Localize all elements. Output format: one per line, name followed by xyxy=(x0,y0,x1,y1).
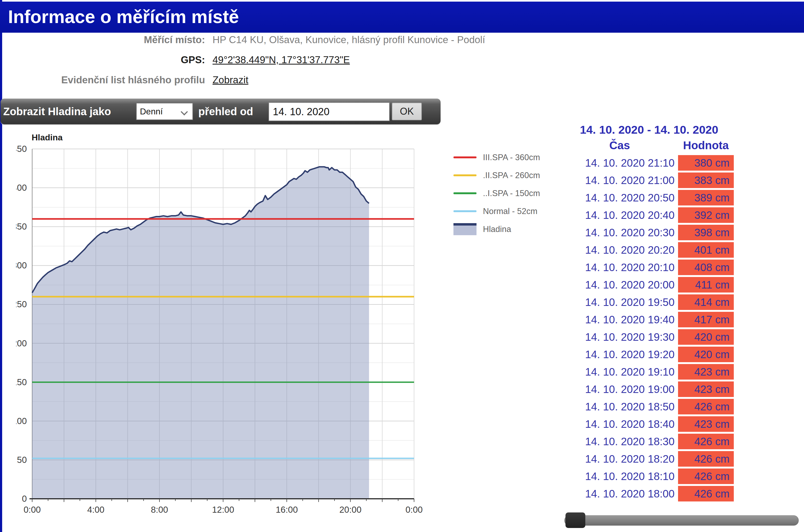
col-header-hodnota: Hodnota xyxy=(678,139,734,152)
value-cell: 401 cm xyxy=(678,242,734,258)
value-cell: 408 cm xyxy=(678,260,734,275)
value-cell: 392 cm xyxy=(678,207,734,223)
value-cell: 426 cm xyxy=(678,399,734,414)
x-axis-label: 4:00 xyxy=(87,505,104,515)
value-cell: 426 cm xyxy=(678,451,734,467)
time-cell: 14. 10. 2020 18:40 xyxy=(563,418,675,430)
y-axis-label: 100 xyxy=(16,416,27,426)
time-cell: 14. 10. 2020 18:30 xyxy=(563,436,675,448)
time-cell: 14. 10. 2020 20:00 xyxy=(563,279,675,291)
table-row: 14. 10. 2020 19:50414 cm xyxy=(563,294,804,310)
chart-legend: III.SPA - 360cm.II.SPA - 260cm..I.SPA - … xyxy=(453,148,561,238)
table-header-row: Čas Hodnota xyxy=(563,139,804,154)
value-cell: 389 cm xyxy=(678,190,734,206)
table-row: 14. 10. 2020 19:40417 cm xyxy=(563,312,804,327)
legend-item: ..I.SPA - 150cm xyxy=(453,184,561,202)
value-cell: 398 cm xyxy=(678,225,734,240)
gps-link[interactable]: 49°2'38.449"N, 17°31'37.773"E xyxy=(212,54,350,65)
table-row: 14. 10. 2020 19:00423 cm xyxy=(563,381,804,397)
value-cell: 417 cm xyxy=(678,312,734,327)
toolbar-middle-label: přehled od xyxy=(198,99,253,124)
legend-line-swatch xyxy=(453,192,476,194)
legend-item: Hladina xyxy=(453,220,561,238)
gps-label: GPS: xyxy=(2,54,212,65)
y-axis-label: 300 xyxy=(16,260,27,270)
time-cell: 14. 10. 2020 19:30 xyxy=(563,331,675,343)
toolbar: Zobrazit Hladina jako Denní přehled od O… xyxy=(1,99,441,124)
time-cell: 14. 10. 2020 19:40 xyxy=(563,314,675,326)
value-cell: 420 cm xyxy=(678,329,734,345)
value-cell: 411 cm xyxy=(678,277,734,292)
value-cell: 423 cm xyxy=(678,416,734,432)
water-level-area xyxy=(32,167,369,499)
table-row: 14. 10. 2020 20:00411 cm xyxy=(563,277,804,292)
table-row: 14. 10. 2020 19:30420 cm xyxy=(563,329,804,345)
time-cell: 14. 10. 2020 20:10 xyxy=(563,262,675,273)
legend-area-swatch xyxy=(453,223,476,235)
measuring-place-value: HP C14 KU, Olšava, Kunovice, hlásný prof… xyxy=(212,34,485,45)
x-axis-label: 20:00 xyxy=(339,505,361,515)
x-axis-label: 16:00 xyxy=(276,505,298,515)
time-cell: 14. 10. 2020 21:00 xyxy=(563,174,675,187)
measurements-panel: 14. 10. 2020 - 14. 10. 2020 Čas Hodnota … xyxy=(563,123,804,504)
y-axis-label: 400 xyxy=(16,183,27,193)
time-cell: 14. 10. 2020 19:20 xyxy=(563,348,675,361)
value-cell: 426 cm xyxy=(678,469,734,484)
time-cell: 14. 10. 2020 18:20 xyxy=(563,453,675,465)
table-scrollbar-track[interactable] xyxy=(564,515,799,526)
x-axis-label: 12:00 xyxy=(212,505,234,515)
time-cell: 14. 10. 2020 19:10 xyxy=(563,366,675,378)
table-row: 14. 10. 2020 20:30398 cm xyxy=(563,225,804,240)
value-cell: 426 cm xyxy=(678,434,734,449)
time-cell: 14. 10. 2020 20:20 xyxy=(563,244,675,256)
table-row: 14. 10. 2020 18:50426 cm xyxy=(563,399,804,414)
chart-canvas: 0501001502002503003504004500:004:008:001… xyxy=(16,131,445,525)
y-axis-label: 250 xyxy=(16,299,27,309)
time-cell: 14. 10. 2020 21:10 xyxy=(563,157,675,169)
info-row-measuring-place: Měřící místo: HP C14 KU, Olšava, Kunovic… xyxy=(2,34,592,54)
x-axis-label: 8:00 xyxy=(151,505,168,515)
table-body: 14. 10. 2020 21:10380 cm14. 10. 2020 21:… xyxy=(563,155,804,501)
zobrazit-link[interactable]: Zobrazit xyxy=(212,74,248,86)
y-axis-label: 350 xyxy=(16,222,27,231)
value-cell: 423 cm xyxy=(678,364,734,380)
header-bar: Informace o měřícím místě xyxy=(0,2,804,33)
legend-line-swatch xyxy=(453,156,476,158)
time-cell: 14. 10. 2020 20:30 xyxy=(563,227,675,239)
table-row: 14. 10. 2020 18:40423 cm xyxy=(563,416,804,432)
table-row: 14. 10. 2020 20:10408 cm xyxy=(563,260,804,275)
info-section: Měřící místo: HP C14 KU, Olšava, Kunovic… xyxy=(2,34,592,95)
ok-button[interactable]: OK xyxy=(392,102,422,120)
legend-label: Hladina xyxy=(483,225,511,234)
time-cell: 14. 10. 2020 18:10 xyxy=(563,470,675,482)
table-scrollbar-thumb[interactable] xyxy=(565,512,585,528)
time-cell: 14. 10. 2020 20:50 xyxy=(563,192,675,204)
date-input[interactable] xyxy=(268,102,390,121)
table-row: 14. 10. 2020 21:10380 cm xyxy=(563,155,804,171)
table-row: 14. 10. 2020 20:20401 cm xyxy=(563,242,804,258)
table-row: 14. 10. 2020 18:20426 cm xyxy=(563,451,804,467)
time-cell: 14. 10. 2020 19:50 xyxy=(563,296,675,308)
y-axis-label: 50 xyxy=(17,455,27,465)
time-cell: 14. 10. 2020 20:40 xyxy=(563,209,675,221)
col-header-cas: Čas xyxy=(563,139,676,152)
table-row: 14. 10. 2020 19:10423 cm xyxy=(563,364,804,380)
table-row: 14. 10. 2020 20:40392 cm xyxy=(563,207,804,223)
legend-label: ..I.SPA - 150cm xyxy=(483,189,540,198)
period-select[interactable]: Denní xyxy=(136,103,193,120)
legend-line-swatch xyxy=(453,210,476,212)
legend-label: Normal - 52cm xyxy=(483,207,537,216)
legend-item: .II.SPA - 260cm xyxy=(453,166,561,184)
legend-label: III.SPA - 360cm xyxy=(483,153,540,162)
table-row: 14. 10. 2020 20:50389 cm xyxy=(563,190,804,206)
table-row: 14. 10. 2020 18:10426 cm xyxy=(563,469,804,484)
table-row: 14. 10. 2020 18:00426 cm xyxy=(563,486,804,501)
water-level-chart: 0501001502002503003504004500:004:008:001… xyxy=(16,131,445,525)
legend-item: III.SPA - 360cm xyxy=(453,148,561,166)
y-axis-label: 150 xyxy=(16,377,27,387)
value-cell: 423 cm xyxy=(678,381,734,397)
value-cell: 420 cm xyxy=(678,347,734,362)
toolbar-prefix-label: Zobrazit Hladina jako xyxy=(3,99,111,124)
evidence-sheet-label: Evidenční list hlásného profilu xyxy=(2,74,212,86)
legend-item: Normal - 52cm xyxy=(453,202,561,220)
